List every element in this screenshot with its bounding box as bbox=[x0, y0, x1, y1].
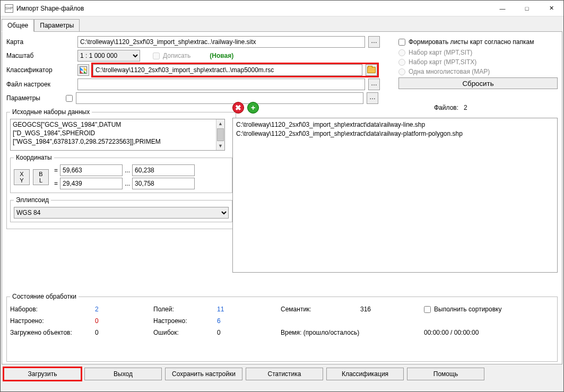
parameters-checkbox[interactable] bbox=[66, 95, 73, 102]
dots2: ... bbox=[123, 180, 132, 187]
window-title: Импорт Shape-файлов bbox=[16, 5, 490, 12]
bl-button[interactable]: B L bbox=[33, 169, 49, 185]
list-item[interactable]: C:\trolleway\1120_2sxf\03_import_shp\ext… bbox=[236, 129, 554, 138]
label-sort: Выполнить сортировку bbox=[434, 306, 501, 313]
legend-status: Состояние обработки bbox=[10, 293, 79, 300]
statistics-button[interactable]: Статистика bbox=[246, 368, 323, 380]
app-icon: SHP bbox=[5, 4, 13, 13]
label-errors: Ошибок: bbox=[153, 329, 217, 336]
value-tuned: 0 bbox=[95, 317, 153, 325]
maximize-button[interactable]: □ bbox=[515, 1, 539, 16]
dots1: ... bbox=[123, 167, 132, 174]
settings-browse-button[interactable]: … bbox=[368, 79, 380, 90]
legend-datasets: Исходные наборы данных bbox=[10, 108, 92, 116]
folder-icon bbox=[367, 67, 376, 73]
label-scale: Масштаб bbox=[6, 52, 74, 59]
files-label: Файлов: bbox=[434, 104, 458, 111]
save-settings-button[interactable]: Сохранить настройки bbox=[165, 368, 242, 380]
label-tuned: Настроено: bbox=[10, 317, 95, 325]
label-new: (Новая) bbox=[210, 52, 233, 59]
form-sheets-checkbox[interactable] bbox=[398, 39, 405, 46]
append-checkbox bbox=[153, 53, 160, 59]
coord-x1[interactable] bbox=[60, 164, 123, 176]
add-file-button[interactable]: + bbox=[247, 102, 259, 114]
classifier-browse-button[interactable] bbox=[366, 64, 377, 76]
tab-general[interactable]: Общее bbox=[2, 19, 34, 32]
palette-icon bbox=[80, 66, 87, 74]
value-tuned2: 6 bbox=[217, 317, 281, 325]
classification-button[interactable]: Классификация bbox=[326, 368, 404, 380]
radio-mpt-sitx bbox=[398, 59, 405, 66]
ellipsoid-select[interactable]: WGS 84 bbox=[14, 207, 229, 219]
dataset-line: GEOGCS["GCS_WGS_1984",DATUM bbox=[13, 120, 222, 129]
scrollbar[interactable]: ▲ ▼ bbox=[216, 119, 224, 150]
coord-x2[interactable] bbox=[132, 164, 195, 176]
label-map: Карта bbox=[6, 38, 74, 46]
files-count: 2 bbox=[464, 104, 467, 111]
reset-button[interactable]: Сбросить bbox=[398, 77, 558, 89]
list-item[interactable]: C:\trolleway\1120_2sxf\03_import_shp\ext… bbox=[236, 120, 554, 129]
label-time: Время: (прошло/осталось) bbox=[281, 329, 360, 336]
label-parameters: Параметры bbox=[6, 94, 63, 102]
classifier-color-button[interactable] bbox=[77, 64, 89, 76]
value-loaded: 0 bbox=[95, 329, 153, 336]
dataset-textarea[interactable]: GEOGCS["GCS_WGS_1984",DATUM ["D_WGS_1984… bbox=[10, 119, 225, 151]
value-semantics: 316 bbox=[360, 306, 424, 313]
label-sets: Наборов: bbox=[10, 306, 95, 313]
settings-file-input[interactable] bbox=[77, 79, 365, 90]
help-button[interactable]: Помощь bbox=[407, 368, 484, 380]
label-fields: Полей: bbox=[153, 306, 217, 313]
radio-one-map bbox=[398, 68, 405, 75]
scroll-down-icon[interactable]: ▼ bbox=[216, 142, 224, 150]
scroll-thumb[interactable] bbox=[217, 128, 224, 141]
minimize-button[interactable]: — bbox=[490, 1, 515, 16]
value-errors: 0 bbox=[217, 329, 281, 336]
scroll-up-icon[interactable]: ▲ bbox=[216, 119, 224, 128]
label-radio-mpt-sitx: Набор карт (MPT,SITX) bbox=[409, 58, 476, 66]
legend-coords: Координаты bbox=[14, 154, 54, 161]
radio-mpt-sit bbox=[398, 49, 405, 56]
label-radio-mpt-sit: Набор карт (MPT,SIT) bbox=[409, 49, 472, 56]
value-time: 00:00:00 / 00:00:00 bbox=[424, 329, 554, 336]
label-semantics: Семантик: bbox=[281, 306, 360, 313]
label-form-sheets: Формировать листы карт согласно папкам bbox=[409, 38, 534, 46]
close-button[interactable]: ✕ bbox=[539, 1, 563, 16]
label-loaded: Загружено объектов: bbox=[10, 329, 95, 336]
xy-button[interactable]: X Y bbox=[14, 169, 30, 185]
value-fields: 11 bbox=[217, 306, 281, 313]
tab-parameters[interactable]: Параметры bbox=[34, 19, 80, 32]
exit-button[interactable]: Выход bbox=[84, 368, 162, 380]
label-tuned2: Настроено: bbox=[153, 317, 217, 325]
file-list[interactable]: C:\trolleway\1120_2sxf\03_import_shp\ext… bbox=[232, 118, 558, 273]
label-settings-file: Файл настроек bbox=[6, 81, 74, 88]
map-browse-button[interactable]: … bbox=[368, 36, 380, 48]
coord-y2[interactable] bbox=[132, 178, 195, 189]
sort-checkbox[interactable] bbox=[424, 306, 431, 313]
label-classifier: Классификатор bbox=[6, 66, 74, 74]
label-append: Дописать bbox=[163, 52, 190, 59]
legend-ellipsoid: Эллипсоид bbox=[14, 196, 51, 204]
load-button[interactable]: Загрузить bbox=[4, 368, 81, 380]
dataset-line: ["WGS_1984",6378137.0,298.257223563]],PR… bbox=[13, 137, 222, 146]
scale-select[interactable]: 1 : 1 000 000 bbox=[77, 50, 140, 62]
dataset-line: ["D_WGS_1984",SPHEROID bbox=[13, 129, 222, 137]
classifier-path-input[interactable] bbox=[93, 64, 362, 76]
value-sets: 2 bbox=[95, 306, 153, 313]
coord-y1[interactable] bbox=[60, 178, 123, 189]
remove-file-button[interactable]: ✖ bbox=[232, 102, 244, 114]
eq1: = bbox=[52, 167, 60, 174]
map-path-input[interactable] bbox=[77, 36, 365, 48]
eq2: = bbox=[52, 180, 60, 187]
label-radio-one-map: Одна многолистовая (MAP) bbox=[409, 68, 490, 75]
